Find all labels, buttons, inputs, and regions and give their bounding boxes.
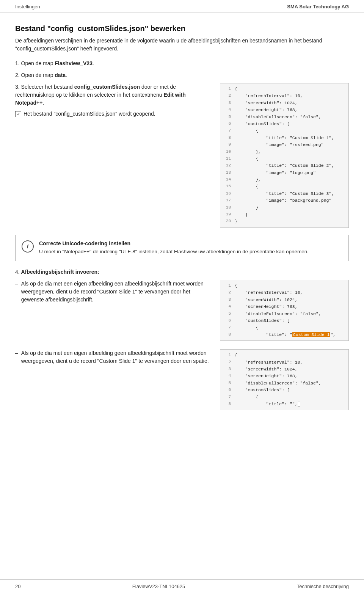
line-content: { <box>235 394 258 401</box>
line-content: "customSlides": [ <box>235 121 290 127</box>
line-content: { <box>235 127 258 134</box>
line-number: 20 <box>223 218 231 225</box>
line-number: 19 <box>223 211 231 218</box>
page-header: Instellingen SMA Solar Technology AG <box>0 0 364 13</box>
line-content: "screenHeight": 768, <box>235 107 298 113</box>
code-line: 18 } <box>220 204 348 211</box>
line-content: { <box>235 155 258 162</box>
line-number: 11 <box>223 155 231 162</box>
code-line: 15 { <box>220 183 348 190</box>
code-line: 4 "screenHeight": 768, <box>220 107 348 113</box>
code-box-3: 1{2 "refreshInterval": 10,3 "screenWidth… <box>220 349 349 410</box>
info-title: Correcte Unicode-codering instellen <box>39 240 309 246</box>
code-line: 8 "title": "",█ <box>220 401 348 408</box>
code-line: 17 "image": "background.png" <box>220 197 348 204</box>
step-4-text: 4. Afbeeldingsbijschrift invoeren: <box>15 269 99 275</box>
line-number: 16 <box>223 190 231 197</box>
intro-text: De afbeeldingen verschijnen in de presen… <box>15 37 349 53</box>
line-number: 1 <box>223 86 231 93</box>
code-line: 19 ] <box>220 211 348 218</box>
line-number: 2 <box>223 93 231 99</box>
line-number: 15 <box>223 183 231 190</box>
code-line: 7 { <box>220 127 348 134</box>
code-line: 8 "title": "Custom Slide 1", <box>220 331 348 338</box>
line-content: { <box>235 352 237 359</box>
step-2-text: Open de map data. <box>21 72 67 78</box>
code-line: 10 }, <box>220 149 348 155</box>
step-4-header: 4. Afbeeldingsbijschrift invoeren: <box>15 268 349 276</box>
line-content: "refreshInterval": 10, <box>235 359 303 366</box>
line-number: 3 <box>223 366 231 373</box>
highlighted-value: Custom Slide 1 <box>292 332 331 337</box>
line-number: 2 <box>223 359 231 366</box>
header-right: SMA Solar Technology AG <box>287 4 349 9</box>
code-box-1: 1{2 "refreshInterval": 10,3 "screenWidth… <box>220 83 349 228</box>
line-number: 9 <box>223 141 231 148</box>
line-content: { <box>235 324 258 331</box>
line-number: 2 <box>223 289 231 296</box>
line-number: 18 <box>223 204 231 211</box>
step-2: 2. Open de map data. <box>15 71 349 79</box>
line-content: "disableFullscreen": "false", <box>235 311 321 317</box>
line-number: 8 <box>223 135 231 141</box>
line-content: "title": "",█ <box>235 401 300 408</box>
code-line: 20} <box>220 218 348 225</box>
line-content: "disableFullscreen": "false", <box>235 114 321 121</box>
info-text: U moet in "Notepad++" de indeling "UTF-8… <box>39 248 309 256</box>
line-content: ] <box>235 211 248 218</box>
code-line: 9 "image": "rssfeed.png" <box>220 141 348 148</box>
line-content: } <box>235 204 258 211</box>
line-content: { <box>235 183 258 190</box>
line-number: 4 <box>223 303 231 310</box>
bullet-1-block: – Als op de dia met een eigen afbeelding… <box>15 280 349 341</box>
code-line: 1{ <box>220 86 348 93</box>
code-line: 16 "title": "Custom Slide 3", <box>220 190 348 197</box>
line-content: "screenHeight": 768, <box>235 373 298 380</box>
line-content: "screenWidth": 1024, <box>235 100 298 107</box>
code-box-2: 1{2 "refreshInterval": 10,3 "screenWidth… <box>220 280 349 341</box>
line-content: "refreshInterval": 10, <box>235 289 303 296</box>
code-line: 6 "customSlides": [ <box>220 121 348 127</box>
line-content: { <box>235 86 237 93</box>
bullet-2-text: Als op de dia met een eigen afbeelding g… <box>21 349 212 365</box>
code-line: 2 "refreshInterval": 10, <box>220 93 348 99</box>
line-number: 6 <box>223 387 231 394</box>
code-line: 13 "image": "logo.png" <box>220 169 348 176</box>
step-1-text: Open de map Flashview_V23. <box>21 60 94 66</box>
line-number: 3 <box>223 296 231 303</box>
step-1-num: 1. <box>15 60 21 66</box>
page-footer: 20 FlaviewV23-TNL104625 Technische besch… <box>0 579 364 593</box>
line-number: 5 <box>223 311 231 317</box>
code-line: 3 "screenWidth": 1024, <box>220 366 348 373</box>
line-content: }, <box>235 176 261 183</box>
bullet-2-block: – Als op de dia met een eigen afbeelding… <box>15 349 349 410</box>
code-line: 3 "screenWidth": 1024, <box>220 296 348 303</box>
line-content: "refreshInterval": 10, <box>235 93 303 99</box>
bullet-2-left: – Als op de dia met een eigen afbeelding… <box>15 349 212 365</box>
footer-doc-id: FlaviewV23-TNL104625 <box>132 584 185 589</box>
code-line: 4 "screenHeight": 768, <box>220 373 348 380</box>
code-line: 3 "screenWidth": 1024, <box>220 100 348 107</box>
code-line: 6 "customSlides": [ <box>220 317 348 324</box>
line-content: "title": "Custom Slide 1", <box>235 135 334 141</box>
line-content: "title": "Custom Slide 1", <box>235 331 336 338</box>
line-number: 5 <box>223 114 231 121</box>
line-content: "image": "logo.png" <box>235 169 316 176</box>
footer-page-num: 20 <box>15 584 20 589</box>
step-2-num: 2. <box>15 72 21 78</box>
line-content: "image": "rssfeed.png" <box>235 141 324 148</box>
line-content: "disableFullscreen": "false", <box>235 380 321 387</box>
line-number: 8 <box>223 331 231 338</box>
line-number: 1 <box>223 282 231 289</box>
line-content: } <box>235 218 237 225</box>
code-line: 5 "disableFullscreen": "false", <box>220 114 348 121</box>
code-line: 1{ <box>220 282 348 289</box>
line-content: "title": "Custom Slide 3", <box>235 190 334 197</box>
checkbox-icon <box>15 111 21 117</box>
step-3-left: 3. Selecteer het bestand config_customSl… <box>15 83 212 121</box>
info-content: Correcte Unicode-codering instellen U mo… <box>39 240 309 256</box>
checkbox-text: Het bestand "config_customSlides.json" w… <box>24 111 155 117</box>
bullet-1-left: – Als op de dia met een eigen afbeelding… <box>15 280 212 304</box>
code-line: 7 { <box>220 394 348 401</box>
line-number: 7 <box>223 324 231 331</box>
